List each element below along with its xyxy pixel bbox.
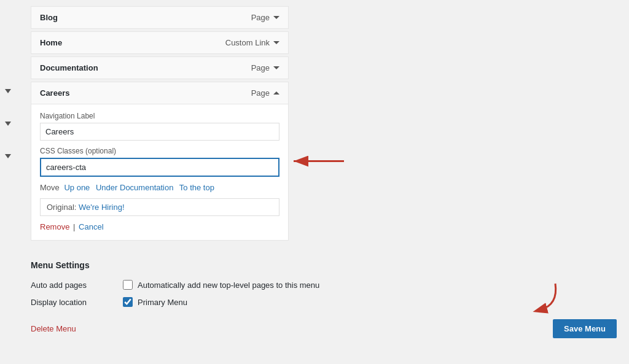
move-label: Move	[40, 183, 60, 192]
auto-add-pages-value: Automatically add new top-level pages to…	[123, 280, 319, 290]
home-title: Home	[40, 38, 62, 47]
svg-marker-0	[5, 89, 11, 93]
menu-settings-section: Menu Settings Auto add pages Automatical…	[31, 255, 617, 307]
menu-item-careers-bar[interactable]: Careers Page	[31, 82, 288, 104]
nav-label-label: Navigation Label	[40, 112, 279, 120]
move-under-documentation-link[interactable]: Under Documentation	[96, 183, 173, 192]
careers-expanded-body: Navigation Label CSS Classes (optional)	[31, 104, 288, 240]
auto-add-pages-checkbox[interactable]	[123, 280, 133, 290]
left-chevron-3	[5, 151, 11, 160]
display-location-description: Primary Menu	[138, 298, 187, 307]
menu-item-home-bar[interactable]: Home Custom Link	[31, 32, 288, 53]
menu-item-documentation[interactable]: Documentation Page	[31, 56, 289, 79]
css-classes-label: CSS Classes (optional)	[40, 147, 279, 155]
home-chevron-down-icon	[273, 41, 279, 44]
original-label: Original:	[47, 203, 76, 212]
menu-settings-title: Menu Settings	[31, 260, 617, 270]
menu-item-careers: Careers Page Navigation Label CSS Classe…	[31, 82, 289, 241]
documentation-chevron-down-icon	[273, 66, 279, 69]
auto-add-pages-row: Auto add pages Automatically add new top…	[31, 280, 617, 290]
nav-label-row: Navigation Label	[40, 112, 279, 141]
left-chevron-2	[5, 118, 11, 128]
auto-add-pages-label: Auto add pages	[31, 281, 123, 290]
original-row: Original: We're Hiring!	[40, 198, 279, 216]
auto-add-pages-description: Automatically add new top-level pages to…	[138, 281, 319, 290]
blog-title: Blog	[40, 13, 58, 22]
item-actions: Remove | Cancel	[40, 222, 279, 231]
actions-separator: |	[73, 222, 75, 231]
blog-type: Page	[251, 13, 279, 22]
menu-item-blog[interactable]: Blog Page	[31, 6, 289, 29]
careers-title: Careers	[40, 88, 69, 98]
css-classes-input[interactable]	[40, 158, 279, 177]
svg-marker-2	[5, 154, 11, 158]
careers-chevron-up-icon	[273, 91, 279, 95]
cancel-link[interactable]: Cancel	[79, 222, 103, 231]
nav-label-input[interactable]	[40, 123, 279, 141]
red-arrow-css-icon	[289, 153, 347, 172]
save-menu-button[interactable]: Save Menu	[553, 319, 617, 338]
display-location-value: Primary Menu	[123, 297, 187, 307]
move-links-row: Move Up one Under Documentation To the t…	[40, 183, 279, 192]
display-location-label: Display location	[31, 298, 123, 307]
display-location-checkbox[interactable]	[123, 297, 133, 307]
remove-link[interactable]: Remove	[40, 222, 69, 231]
move-to-top-link[interactable]: To the top	[179, 183, 214, 192]
move-up-one-link[interactable]: Up one	[64, 183, 90, 192]
documentation-type: Page	[251, 63, 279, 72]
careers-type: Page	[251, 88, 279, 98]
save-area: Save Menu	[553, 319, 617, 338]
documentation-title: Documentation	[40, 63, 98, 72]
menu-item-documentation-bar[interactable]: Documentation Page	[31, 57, 288, 79]
home-type: Custom Link	[225, 38, 279, 47]
svg-marker-1	[5, 122, 11, 126]
css-classes-row: CSS Classes (optional)	[40, 147, 279, 177]
blog-chevron-down-icon	[273, 16, 279, 19]
menu-item-home[interactable]: Home Custom Link	[31, 31, 289, 54]
original-link[interactable]: We're Hiring!	[79, 203, 124, 212]
footer-row: Delete Menu Save Menu	[31, 319, 617, 338]
delete-menu-link[interactable]: Delete Menu	[31, 324, 76, 333]
display-location-row: Display location Primary Menu	[31, 297, 617, 307]
left-chevron-1	[5, 86, 11, 95]
menu-item-blog-bar[interactable]: Blog Page	[31, 7, 288, 28]
